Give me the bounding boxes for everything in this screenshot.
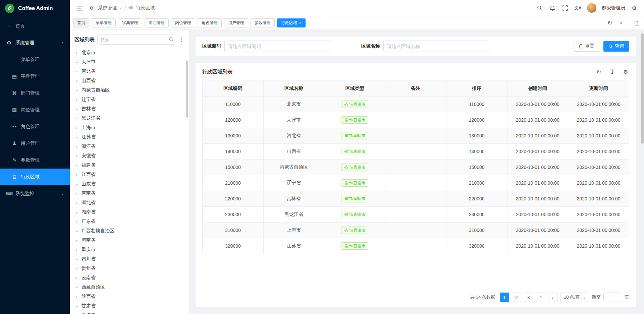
avatar[interactable] [587, 3, 596, 13]
chevron-down-icon[interactable] [618, 19, 625, 27]
sidebar-item[interactable]: ⚙ 系统管理 ∧ [0, 35, 70, 51]
sidebar-item[interactable]: ▤ 字典管理 [0, 68, 70, 85]
expand-caret-icon[interactable] [76, 210, 79, 214]
table-row[interactable]: 110000 北京市 省市/直辖市 110000 2020-10-01 00:0… [203, 97, 629, 112]
tree-item[interactable]: 广西壮族自治区 [74, 226, 184, 236]
table-row[interactable]: 320000 江苏省 省市/直辖市 320000 2020-10-01 00:0… [203, 238, 629, 254]
expand-caret-icon[interactable] [76, 285, 79, 290]
tab[interactable]: 岗位管理 [171, 18, 195, 27]
expand-caret-icon[interactable] [76, 191, 79, 196]
bell-icon[interactable] [549, 4, 556, 12]
chevron-down-icon[interactable] [119, 6, 122, 10]
sidebar-item[interactable]: ♟ 用户管理 [0, 135, 70, 152]
page-button[interactable]: 1 [500, 293, 509, 302]
layout-panel-icon[interactable] [633, 19, 641, 27]
expand-caret-icon[interactable] [76, 69, 79, 74]
region-code-input[interactable] [224, 41, 331, 52]
menu-collapse-icon[interactable] [76, 4, 83, 12]
expand-caret-icon[interactable] [76, 229, 79, 233]
expand-caret-icon[interactable] [76, 238, 79, 243]
sidebar-item[interactable]: ≡ 菜单管理 [0, 51, 70, 68]
table-row[interactable]: 120000 天津市 省市/直辖市 120000 2020-10-01 00:0… [203, 112, 629, 128]
tree-item[interactable]: 黑龙江省 [74, 114, 184, 123]
tab[interactable]: 字典管理 [118, 18, 142, 27]
tree-item[interactable]: 甘肃省 [74, 301, 184, 311]
breadcrumb-section[interactable]: 系统管理 [98, 5, 117, 11]
tree-item[interactable]: 湖南省 [74, 207, 184, 217]
tree-scrollbar[interactable] [186, 61, 188, 118]
gear-icon[interactable] [622, 68, 629, 75]
tree-item[interactable]: 海南省 [74, 236, 184, 245]
tab[interactable]: 菜单管理 [92, 18, 116, 27]
expand-caret-icon[interactable] [76, 173, 79, 177]
sidebar-item[interactable]: ▦ 岗位管理 [0, 102, 70, 118]
expand-caret-icon[interactable] [76, 116, 79, 121]
tree-item[interactable]: 青海省 [74, 311, 184, 314]
refresh-icon[interactable] [606, 19, 613, 27]
table-row[interactable]: 310000 上海市 省市/直辖市 310000 2020-10-01 00:0… [203, 223, 629, 238]
tree-item[interactable]: 四川省 [74, 254, 184, 264]
sidebar-item[interactable]: ⌂ 首页 [0, 18, 70, 35]
tree-item[interactable]: 山西省 [74, 76, 184, 85]
tree-item[interactable]: 北京市 [74, 48, 184, 57]
expand-caret-icon[interactable] [76, 154, 79, 158]
expand-caret-icon[interactable] [76, 144, 79, 149]
page-button[interactable]: 4 [536, 293, 545, 302]
tab[interactable]: 首页 [73, 18, 89, 27]
window-scrollbar[interactable] [641, 33, 644, 144]
search-icon[interactable] [169, 37, 174, 42]
translate-icon[interactable]: 文A [574, 4, 582, 12]
tree-item[interactable]: 重庆市 [74, 245, 184, 254]
tree-item[interactable]: 河南省 [74, 189, 184, 198]
search-button[interactable]: 查询 [603, 41, 629, 52]
app-logo[interactable]: Coffee Admin [0, 0, 70, 16]
tree-item[interactable]: 内蒙古自治区 [74, 85, 184, 95]
tree-item[interactable]: 江苏省 [74, 132, 184, 142]
expand-caret-icon[interactable] [76, 257, 79, 261]
settings-icon[interactable] [631, 4, 638, 12]
expand-caret-icon[interactable] [76, 248, 79, 252]
sidebar-item[interactable]: ⌨ 系统监控 ∨ [0, 185, 70, 202]
sidebar-item[interactable]: ✎ 参数管理 [0, 152, 70, 169]
reset-button[interactable]: 重置 [574, 41, 599, 52]
expand-caret-icon[interactable] [76, 88, 79, 92]
page-size-select[interactable]: 10 条/页 [560, 293, 589, 302]
table-row[interactable]: 130000 河北省 省市/直辖市 130000 2020-10-01 00:0… [203, 128, 629, 144]
region-name-input[interactable] [383, 41, 490, 52]
expand-caret-icon[interactable] [76, 304, 79, 308]
tab[interactable]: 用户管理 [224, 18, 248, 27]
expand-caret-icon[interactable] [76, 135, 79, 139]
user-name[interactable]: 超级管理员 [602, 5, 625, 11]
tree-item[interactable]: 云南省 [74, 273, 184, 282]
expand-caret-icon[interactable] [76, 163, 79, 168]
close-icon[interactable]: × [299, 21, 302, 25]
expand-caret-icon[interactable] [76, 79, 79, 83]
table-row[interactable]: 140000 山西省 省市/直辖市 140000 2020-10-01 00:0… [203, 144, 629, 160]
expand-caret-icon[interactable] [76, 295, 79, 299]
expand-caret-icon[interactable] [76, 182, 79, 186]
expand-caret-icon[interactable] [76, 266, 79, 271]
tree-item[interactable]: 山东省 [74, 179, 184, 189]
table-row[interactable]: 210000 辽宁省 省市/直辖市 210000 2020-10-01 00:0… [203, 175, 629, 191]
tree-item[interactable]: 安徽省 [74, 151, 184, 161]
table-row[interactable]: 150000 内蒙古自治区 省市/直辖市 150000 2020-10-01 0… [203, 160, 629, 175]
tree-item[interactable]: 上海市 [74, 123, 184, 132]
tree-item[interactable]: 辽宁省 [74, 95, 184, 104]
tree-item[interactable]: 吉林省 [74, 104, 184, 114]
expand-caret-icon[interactable] [76, 107, 79, 111]
tree-item[interactable]: 广东省 [74, 217, 184, 226]
sidebar-item[interactable]: ♖ 行政区域 [0, 169, 70, 185]
refresh-icon[interactable] [595, 68, 602, 75]
tree-item[interactable]: 天津市 [74, 57, 184, 67]
tree-item[interactable]: 贵州省 [74, 264, 184, 273]
tree-item[interactable]: 陕西省 [74, 292, 184, 301]
expand-caret-icon[interactable] [76, 51, 79, 55]
tab[interactable]: 角色管理 [198, 18, 222, 27]
expand-caret-icon[interactable] [76, 126, 79, 130]
jump-page-input[interactable] [603, 293, 622, 302]
tree-item[interactable]: 江西省 [74, 170, 184, 179]
expand-caret-icon[interactable] [76, 60, 79, 64]
tab[interactable]: 行政区域 × [277, 18, 306, 27]
tab[interactable]: 参数管理 [251, 18, 275, 27]
sidebar-item[interactable]: ⚇ 角色管理 [0, 118, 70, 135]
